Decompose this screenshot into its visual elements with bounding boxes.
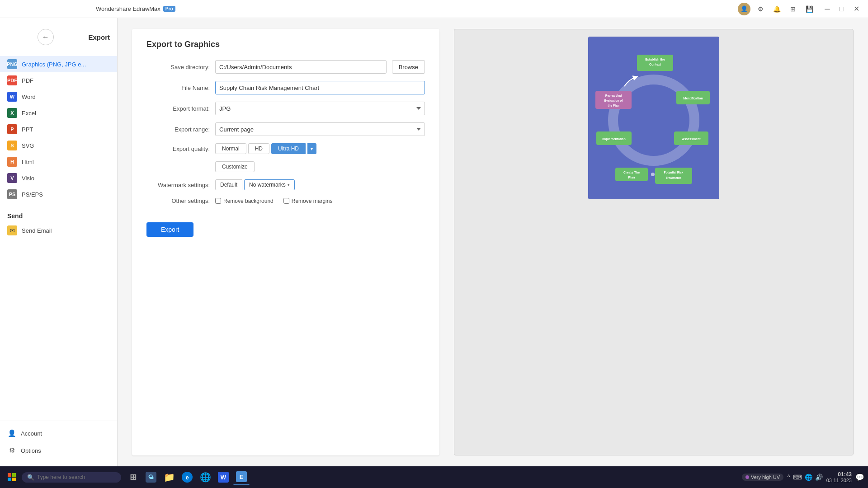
export-format-select[interactable]: JPG PNG BMP TIFF [215,102,425,115]
format-icon-pdf: PDF [7,75,17,85]
options-icon: ⚙ [7,446,16,455]
taskbar: 🔍 ⊞ 🌤 📁 e 🌐 W E Very [0,466,868,488]
svg-rect-23 [12,473,16,477]
quality-dropdown-arrow[interactable]: ▾ [307,143,316,154]
sidebar-bottom: 👤 Account ⚙ Options [0,421,117,463]
remove-margins-input[interactable] [283,198,289,204]
system-tray-icons: ^ ⌨ 🌐 🔊 [787,474,823,481]
minimize-button[interactable]: ─ [821,3,834,15]
format-icon-excel: X [7,108,17,118]
browse-button[interactable]: Browse [392,60,425,74]
grid-icon[interactable]: ⊞ [787,3,799,15]
taskbar-search-icon: 🔍 [27,474,34,481]
chevron-up-icon[interactable]: ^ [787,474,790,481]
user-avatar-icon[interactable]: 👤 [738,3,750,15]
other-settings-label: Other settings: [146,197,210,204]
taskbar-app-edge[interactable]: e [179,469,195,485]
remove-background-checkbox[interactable]: Remove background [215,198,274,204]
taskbar-app-chrome[interactable]: 🌐 [197,469,213,485]
sidebar-item-account[interactable]: 👤 Account [0,425,117,442]
titlebar: Wondershare EdrawMax Pro 👤 ⚙ 🔔 ⊞ 💾 ─ □ ✕ [0,0,868,18]
taskbar-app-word[interactable]: W [215,469,231,485]
keyboard-icon: ⌨ [793,474,802,481]
restore-button[interactable]: □ [835,3,848,15]
svg-text:Implementation: Implementation [602,137,626,141]
file-name-row: File Name: [146,81,425,94]
export-sidebar-title: Export [88,33,110,41]
bell-icon[interactable]: 🔔 [770,3,783,15]
settings-icon[interactable]: ⚙ [754,3,767,15]
app-title: Wondershare EdrawMax Pro [96,5,175,12]
sidebar-item-options[interactable]: ⚙ Options [0,442,117,459]
taskbar-clock[interactable]: 01:43 03-11-2023 [826,471,852,483]
save-cloud-icon[interactable]: 💾 [803,3,816,15]
format-list: PNG Graphics (PNG, JPG e... PDF PDF W Wo… [0,52,117,206]
save-directory-row: Save directory: Browse [146,60,425,74]
back-button[interactable]: ← [38,29,54,45]
main-content: Export to Graphics Save directory: Brows… [118,18,868,466]
quality-hd-button[interactable]: HD [248,143,269,154]
format-item-svg[interactable]: S SVG [0,137,117,154]
save-directory-label: Save directory: [146,64,210,70]
taskbar-app-explorer[interactable]: 📁 [161,469,177,485]
volume-icon[interactable]: 🔊 [815,474,823,481]
export-range-select[interactable]: Current page All pages Selected area [215,122,425,136]
format-icon-html: H [7,157,17,167]
format-icon-ps: PS [7,189,17,199]
preview-panel: Establish the Context Identification Ass… [454,29,854,455]
export-range-row: Export range: Current page All pages Sel… [146,122,425,136]
svg-text:Review And: Review And [605,94,622,97]
export-format-row: Export format: JPG PNG BMP TIFF [146,102,425,115]
file-name-input[interactable] [215,81,425,94]
taskbar-app-widgets[interactable]: 🌤 [143,469,159,485]
format-item-pseps[interactable]: PS PS/EPS [0,186,117,202]
send-section: Send ✉ Send Email [0,206,117,242]
cycle-diagram-svg: Establish the Context Identification Ass… [588,37,719,199]
sidebar: ← Export PNG Graphics (PNG, JPG e... PDF… [0,18,118,466]
watermark-default-button[interactable]: Default [215,179,242,190]
other-settings-group: Remove background Remove margins [215,198,340,204]
customize-row: Customize [146,161,425,172]
watermark-dropdown-arrow: ▾ [288,183,290,187]
format-item-pdf[interactable]: PDF PDF [0,72,117,89]
format-item-html[interactable]: H Html [0,154,117,170]
export-quality-label: Export quality: [146,145,210,152]
watermark-no-watermarks-button[interactable]: No watermarks ▾ [244,179,295,190]
svg-text:Potential Risk: Potential Risk [664,171,684,174]
format-item-visio[interactable]: V Visio [0,170,117,186]
save-directory-input[interactable] [215,60,387,74]
start-button[interactable] [4,469,20,485]
customize-button[interactable]: Customize [215,161,255,172]
export-button[interactable]: Export [146,222,193,237]
taskbar-search[interactable]: 🔍 [22,472,121,483]
taskbar-search-input[interactable] [37,474,109,480]
export-panel-title: Export to Graphics [146,40,425,49]
format-icon-word: W [7,92,17,102]
svg-text:Establish the: Establish the [645,58,665,61]
notification-icon[interactable]: 💬 [855,473,864,482]
quality-ultrahd-button[interactable]: Ultra HD [271,143,306,154]
format-item-ppt[interactable]: P PPT [0,121,117,137]
format-item-word[interactable]: W Word [0,89,117,105]
account-icon: 👤 [7,429,16,438]
svg-text:the Plan: the Plan [608,104,619,107]
format-icon-png: PNG [7,59,17,69]
uv-dot [745,475,749,479]
taskbar-app-taskview[interactable]: ⊞ [125,469,141,485]
close-button[interactable]: ✕ [850,3,863,15]
taskbar-app-edraw[interactable]: E [233,469,250,485]
svg-rect-24 [8,478,11,481]
svg-rect-22 [8,473,11,477]
remove-background-input[interactable] [215,198,221,204]
remove-margins-checkbox[interactable]: Remove margins [283,198,333,204]
app-body: ← Export PNG Graphics (PNG, JPG e... PDF… [0,18,868,466]
network-icon[interactable]: 🌐 [805,474,812,481]
format-item-excel[interactable]: X Excel [0,105,117,121]
quality-normal-button[interactable]: Normal [215,143,246,154]
format-item-graphics[interactable]: PNG Graphics (PNG, JPG e... [0,56,117,72]
export-quality-row: Export quality: Normal HD Ultra HD ▾ [146,143,425,154]
svg-text:Create The: Create The [623,171,640,174]
watermark-group: Default No watermarks ▾ [215,179,295,190]
svg-text:Identification: Identification [683,97,703,100]
send-email-item[interactable]: ✉ Send Email [0,222,117,239]
